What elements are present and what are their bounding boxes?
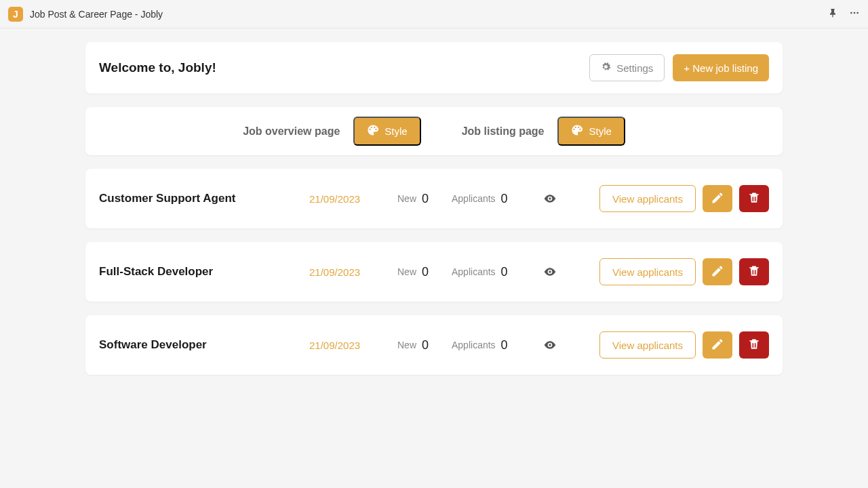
pencil-icon: [711, 191, 724, 207]
app-icon-letter: J: [13, 9, 18, 20]
palette-icon: [367, 124, 379, 138]
stat-applicants-label: Applicants: [452, 193, 496, 204]
job-new-stat: New0: [397, 192, 452, 206]
topbar-left: J Job Post & Career Page - Jobly: [8, 7, 163, 22]
tab-overview-group: Job overview page Style: [243, 117, 421, 146]
svg-point-2: [856, 12, 859, 14]
job-actions: View applicants: [599, 331, 769, 359]
delete-button[interactable]: [739, 258, 769, 285]
stat-new-value: 0: [422, 338, 429, 352]
trash-icon: [747, 191, 761, 207]
job-date: 21/09/2023: [309, 266, 397, 278]
trash-icon: [747, 264, 761, 280]
tabs-card: Job overview page Style Job listing page…: [85, 107, 783, 155]
visibility-icon[interactable]: [533, 338, 567, 352]
job-date: 21/09/2023: [309, 193, 397, 205]
app-icon: J: [8, 7, 23, 22]
job-row: Full-Stack Developer21/09/2023New0Applic…: [85, 242, 783, 302]
edit-button[interactable]: [703, 185, 732, 212]
style-overview-button[interactable]: Style: [353, 117, 420, 146]
style-label: Style: [589, 125, 611, 137]
stat-applicants-value: 0: [501, 265, 508, 279]
style-label: Style: [384, 125, 407, 137]
job-row: Software Developer21/09/2023New0Applican…: [85, 315, 783, 375]
svg-point-0: [850, 12, 852, 14]
tab-listing-label[interactable]: Job listing page: [462, 125, 545, 138]
view-applicants-button[interactable]: View applicants: [599, 185, 696, 212]
view-applicants-button[interactable]: View applicants: [599, 331, 696, 359]
job-applicants-stat: Applicants0: [452, 192, 533, 206]
settings-label: Settings: [616, 62, 653, 74]
stat-applicants-value: 0: [501, 338, 508, 352]
job-date: 21/09/2023: [309, 340, 397, 351]
job-actions: View applicants: [599, 258, 769, 285]
view-applicants-button[interactable]: View applicants: [599, 258, 696, 285]
svg-point-1: [854, 12, 856, 14]
pin-icon[interactable]: [827, 7, 838, 21]
job-row: Customer Support Agent21/09/2023New0Appl…: [85, 169, 783, 228]
trash-icon: [747, 338, 761, 353]
job-new-stat: New0: [397, 265, 452, 279]
job-title: Full-Stack Developer: [99, 265, 309, 279]
tab-overview-label[interactable]: Job overview page: [243, 125, 340, 138]
job-new-stat: New0: [397, 338, 452, 352]
delete-button[interactable]: [739, 331, 769, 359]
visibility-icon[interactable]: [533, 192, 567, 205]
topbar-right: [827, 7, 860, 21]
job-applicants-stat: Applicants0: [452, 265, 533, 279]
header-card: Welcome to, Jobly! Settings + New job li…: [85, 42, 783, 94]
delete-button[interactable]: [739, 185, 769, 212]
pencil-icon: [711, 338, 724, 353]
stat-applicants-label: Applicants: [452, 340, 496, 350]
new-job-label: + New job listing: [684, 62, 758, 74]
job-applicants-stat: Applicants0: [452, 338, 533, 352]
new-job-button[interactable]: + New job listing: [673, 54, 769, 81]
stat-new-value: 0: [422, 192, 429, 206]
palette-icon: [571, 124, 583, 138]
stat-applicants-label: Applicants: [452, 266, 496, 277]
app-title: Job Post & Career Page - Jobly: [30, 9, 163, 20]
style-listing-button[interactable]: Style: [557, 117, 625, 146]
pencil-icon: [711, 264, 724, 280]
edit-button[interactable]: [703, 258, 732, 285]
stat-new-label: New: [397, 340, 416, 350]
header-actions: Settings + New job listing: [589, 54, 769, 81]
main-content: Welcome to, Jobly! Settings + New job li…: [0, 28, 868, 402]
window-topbar: J Job Post & Career Page - Jobly: [0, 0, 868, 28]
stat-new-label: New: [397, 193, 416, 204]
stat-new-value: 0: [422, 265, 429, 279]
settings-button[interactable]: Settings: [589, 54, 665, 81]
more-icon[interactable]: [849, 7, 860, 21]
jobs-list: Customer Support Agent21/09/2023New0Appl…: [85, 169, 783, 388]
job-title: Customer Support Agent: [99, 192, 309, 205]
edit-button[interactable]: [703, 331, 732, 359]
welcome-text: Welcome to, Jobly!: [99, 60, 216, 75]
stat-new-label: New: [397, 266, 416, 277]
tab-listing-group: Job listing page Style: [462, 117, 625, 146]
job-title: Software Developer: [99, 338, 309, 352]
visibility-icon[interactable]: [533, 265, 567, 279]
stat-applicants-value: 0: [501, 192, 508, 206]
job-actions: View applicants: [599, 185, 769, 212]
gear-icon: [601, 62, 611, 74]
